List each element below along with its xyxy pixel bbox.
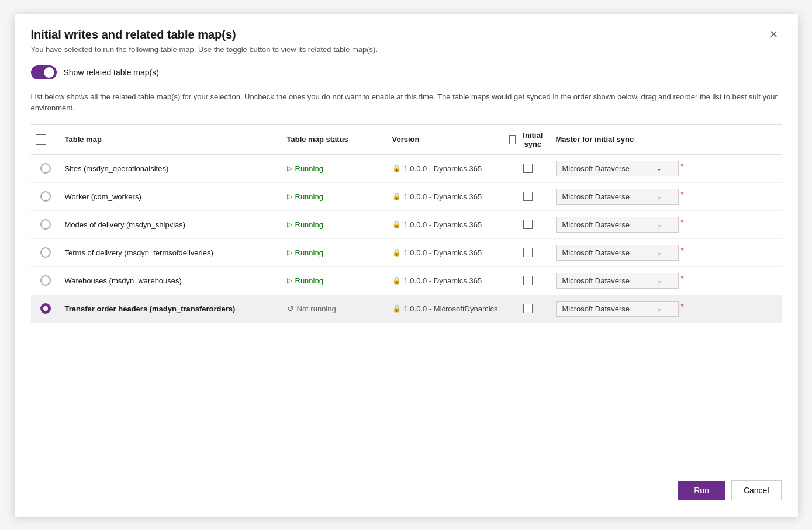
dialog: Initial writes and related table map(s) …	[15, 14, 798, 517]
radio-cell	[31, 271, 60, 290]
row-name-2: Modes of delivery (msdyn_shipvias)	[60, 216, 282, 234]
radio-cell	[31, 214, 60, 234]
master-dropdown-4[interactable]: Microsoft Dataverse⌄	[556, 273, 679, 289]
row-master-5: Microsoft Dataverse⌄*	[551, 296, 727, 321]
dialog-subtitle: You have selected to run the following t…	[31, 45, 782, 54]
asterisk-2: *	[681, 218, 684, 227]
table-row: Worker (cdm_workers)Running🔒1.0.0.0 - Dy…	[31, 183, 782, 211]
row-radio-2[interactable]	[40, 219, 51, 230]
row-master-2: Microsoft Dataverse⌄*	[551, 212, 727, 237]
description-text: List below shows all the related table m…	[31, 91, 782, 114]
row-name-1: Worker (cdm_workers)	[60, 188, 282, 206]
row-status-1: Running	[282, 188, 388, 206]
col-initialsync-header: Initial sync	[505, 131, 551, 148]
row-checkbox-5[interactable]	[523, 304, 533, 313]
row-radio-3[interactable]	[40, 247, 51, 258]
row-version-5: 🔒1.0.0.0 - MicrosoftDynamics	[388, 300, 505, 318]
dialog-header: Initial writes and related table map(s) …	[31, 28, 782, 41]
row-status-4: Running	[282, 272, 388, 290]
row-checkbox-0[interactable]	[523, 164, 533, 173]
close-button[interactable]: ✕	[766, 28, 782, 41]
row-checkbox-3[interactable]	[523, 248, 533, 257]
row-version-1: 🔒1.0.0.0 - Dynamics 365	[388, 188, 505, 206]
cancel-button[interactable]: Cancel	[731, 480, 782, 500]
row-version-0: 🔒1.0.0.0 - Dynamics 365	[388, 160, 505, 178]
row-version-2: 🔒1.0.0.0 - Dynamics 365	[388, 216, 505, 234]
row-master-3: Microsoft Dataverse⌄*	[551, 240, 727, 265]
row-version-3: 🔒1.0.0.0 - Dynamics 365	[388, 244, 505, 262]
asterisk-4: *	[681, 274, 684, 283]
row-checkbox-4[interactable]	[523, 276, 533, 285]
asterisk-0: *	[681, 162, 684, 171]
header-checkbox[interactable]	[36, 134, 46, 145]
row-master-0: Microsoft Dataverse⌄*	[551, 156, 727, 181]
row-name-0: Sites (msdyn_operationalsites)	[60, 160, 282, 178]
master-dropdown-3[interactable]: Microsoft Dataverse⌄	[556, 245, 679, 261]
row-initialsync-1	[505, 187, 551, 206]
row-status-0: Running	[282, 160, 388, 178]
radio-cell	[31, 299, 60, 318]
row-radio-4[interactable]	[40, 275, 51, 286]
row-status-5: Not running	[282, 299, 388, 318]
row-initialsync-3	[505, 243, 551, 262]
col-status-header: Table map status	[282, 135, 388, 144]
row-name-5: Transfer order headers (msdyn_transferor…	[60, 300, 282, 318]
show-related-toggle[interactable]	[31, 65, 57, 79]
col-version-header: Version	[388, 135, 505, 144]
row-initialsync-2	[505, 215, 551, 234]
master-dropdown-5[interactable]: Microsoft Dataverse⌄	[556, 301, 679, 317]
row-master-1: Microsoft Dataverse⌄*	[551, 184, 727, 209]
row-status-2: Running	[282, 216, 388, 234]
radio-cell	[31, 158, 60, 178]
master-dropdown-2[interactable]: Microsoft Dataverse⌄	[556, 217, 679, 233]
dialog-title: Initial writes and related table map(s)	[31, 28, 236, 41]
dialog-footer: Run Cancel	[31, 473, 782, 500]
col-select-header	[31, 134, 60, 145]
row-checkbox-2[interactable]	[523, 220, 533, 229]
row-initialsync-4	[505, 271, 551, 290]
row-master-4: Microsoft Dataverse⌄*	[551, 268, 727, 293]
asterisk-1: *	[681, 190, 684, 199]
initial-sync-header-checkbox[interactable]	[509, 135, 516, 144]
asterisk-5: *	[681, 302, 684, 311]
asterisk-3: *	[681, 246, 684, 255]
table-body: Sites (msdyn_operationalsites)Running🔒1.…	[31, 155, 782, 323]
table-header-row: Table map Table map status Version Initi…	[31, 125, 782, 155]
master-dropdown-1[interactable]: Microsoft Dataverse⌄	[556, 189, 679, 205]
table-row: Modes of delivery (msdyn_shipvias)Runnin…	[31, 211, 782, 239]
row-radio-5[interactable]	[40, 303, 51, 314]
col-master-header: Master for initial sync	[551, 135, 727, 144]
row-version-4: 🔒1.0.0.0 - Dynamics 365	[388, 272, 505, 290]
radio-cell	[31, 186, 60, 206]
toggle-row: Show related table map(s)	[31, 65, 782, 79]
row-radio-0[interactable]	[40, 163, 51, 174]
run-button[interactable]: Run	[678, 481, 725, 500]
row-radio-1[interactable]	[40, 191, 51, 202]
row-name-4: Warehouses (msdyn_warehouses)	[60, 272, 282, 290]
row-status-3: Running	[282, 244, 388, 262]
row-checkbox-1[interactable]	[523, 192, 533, 201]
toggle-label: Show related table map(s)	[64, 68, 159, 77]
table-row: Warehouses (msdyn_warehouses)Running🔒1.0…	[31, 267, 782, 295]
row-initialsync-5	[505, 299, 551, 318]
radio-cell	[31, 243, 60, 262]
row-initialsync-0	[505, 159, 551, 178]
table-row: Terms of delivery (msdyn_termsofdeliveri…	[31, 239, 782, 267]
table-row: Sites (msdyn_operationalsites)Running🔒1.…	[31, 155, 782, 183]
col-tablemap-header: Table map	[60, 135, 282, 144]
table-row: Transfer order headers (msdyn_transferor…	[31, 295, 782, 323]
row-name-3: Terms of delivery (msdyn_termsofdeliveri…	[60, 244, 282, 262]
table-container: Table map Table map status Version Initi…	[31, 124, 782, 459]
master-dropdown-0[interactable]: Microsoft Dataverse⌄	[556, 161, 679, 176]
